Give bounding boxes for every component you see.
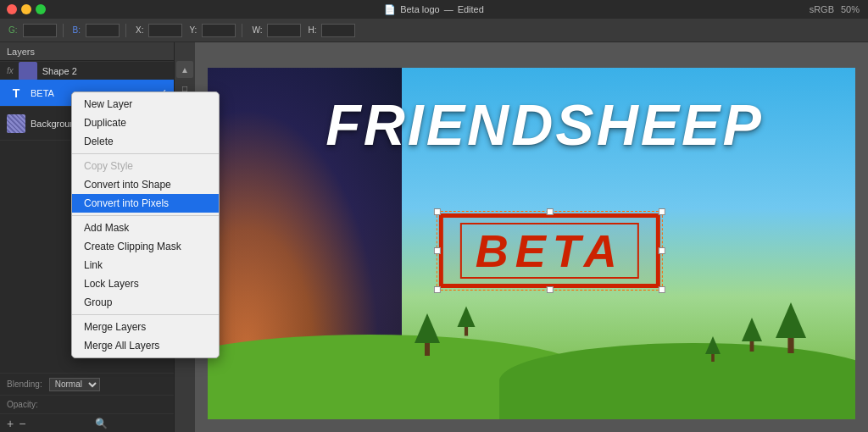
ctx-merge-layers[interactable]: Merge Layers xyxy=(72,318,219,336)
layers-panel-title: Layers xyxy=(7,47,35,57)
b-label: B: xyxy=(70,24,84,36)
ctx-create-clipping[interactable]: Create Clipping Mask xyxy=(72,237,219,256)
fx-label: fx xyxy=(7,66,14,75)
minimize-button[interactable] xyxy=(21,4,31,14)
tree-top-4 xyxy=(742,318,762,341)
cursor-tool[interactable]: ▲ xyxy=(176,61,193,78)
ctx-add-mask[interactable]: Add Mask xyxy=(72,219,219,237)
ctx-convert-pixels[interactable]: Convert into Pixels xyxy=(72,194,219,213)
ctx-sep3 xyxy=(72,314,219,315)
tree-trunk-2 xyxy=(465,327,468,336)
canvas-content: FRIENDSHEEP xyxy=(208,68,855,419)
ctx-sep1 xyxy=(72,153,219,154)
x-label: X: xyxy=(132,24,147,36)
search-icon[interactable]: 🔍 xyxy=(95,418,108,429)
ctx-link[interactable]: Link xyxy=(72,256,219,274)
add-layer-button[interactable]: + xyxy=(7,418,14,429)
x-input[interactable] xyxy=(148,24,182,37)
toolbar-sep3 xyxy=(242,24,242,37)
layer-footer: + − 🔍 ⚙ xyxy=(0,413,195,432)
toolbar-x-field: X: xyxy=(132,24,182,37)
tree-top-3 xyxy=(776,302,806,338)
shape2-thumbnail xyxy=(19,62,37,80)
remove-layer-button[interactable]: − xyxy=(19,418,25,429)
w-label: W: xyxy=(248,24,265,36)
toolbar-g-field: G: xyxy=(5,24,57,37)
ctx-delete[interactable]: Delete xyxy=(72,132,219,151)
main-area: Layers fx Shape 2 T BETA ✓ Background Bl… xyxy=(0,42,868,432)
traffic-lights xyxy=(7,4,46,14)
tree-trunk-5 xyxy=(711,354,715,362)
selection-outline: BETA xyxy=(437,211,663,291)
layer-thumb-background xyxy=(7,114,25,133)
opacity-controls: Opacity: xyxy=(0,395,195,413)
w-input[interactable] xyxy=(267,24,301,37)
toolbar-w-field: W: xyxy=(248,24,301,37)
beta-outer-border: BETA xyxy=(439,213,660,288)
toolbar-sep2 xyxy=(125,24,126,37)
ctx-group[interactable]: Group xyxy=(72,293,219,312)
handle-ml[interactable] xyxy=(434,247,441,254)
tree-top-2 xyxy=(458,306,476,327)
context-menu: New Layer Duplicate Delete Copy Style Co… xyxy=(71,91,220,358)
shape2-name: Shape 2 xyxy=(42,66,188,76)
fullscreen-button[interactable] xyxy=(36,4,46,14)
handle-bl[interactable] xyxy=(434,286,441,293)
g-label: G: xyxy=(5,24,21,36)
ctx-new-layer[interactable]: New Layer xyxy=(72,95,219,114)
friendsheep-text: FRIENDSHEEP xyxy=(326,92,764,157)
tree-top-5 xyxy=(705,336,721,354)
tree-1 xyxy=(415,313,440,356)
ctx-merge-all[interactable]: Merge All Layers xyxy=(72,336,219,355)
fx-row: fx Shape 2 xyxy=(0,61,195,80)
handle-tm[interactable] xyxy=(546,208,553,215)
tree-trunk-4 xyxy=(750,341,754,352)
toolbar-y-field: Y: xyxy=(186,24,236,37)
hill-right xyxy=(499,343,855,419)
right-panel: FRIENDSHEEP xyxy=(195,42,868,432)
handle-bm[interactable] xyxy=(546,286,553,293)
ctx-copy-style: Copy Style xyxy=(72,157,219,175)
blending-label: Blending: xyxy=(7,379,42,389)
h-label: H: xyxy=(304,24,320,36)
tree-2 xyxy=(458,306,476,335)
ctx-sep2 xyxy=(72,215,219,216)
opacity-label: Opacity: xyxy=(7,400,38,409)
ctx-convert-shape[interactable]: Convert into Shape xyxy=(72,175,219,194)
handle-tl[interactable] xyxy=(434,208,441,215)
handle-mr[interactable] xyxy=(659,247,665,254)
toolbar-sep1 xyxy=(63,24,64,37)
toolbar-b-field: B: xyxy=(70,24,120,37)
blending-select[interactable]: Normal Multiply Screen xyxy=(49,378,100,391)
layer-thumb-beta: T xyxy=(7,84,25,102)
handle-tr[interactable] xyxy=(659,208,665,215)
tree-trunk-1 xyxy=(425,343,430,356)
left-panel: Layers fx Shape 2 T BETA ✓ Background Bl… xyxy=(0,42,195,432)
handle-br[interactable] xyxy=(659,286,665,293)
beta-box-container: BETA xyxy=(437,211,663,291)
ctx-duplicate[interactable]: Duplicate xyxy=(72,114,219,132)
toolbar-h-field: H: xyxy=(304,24,355,37)
tree-top-1 xyxy=(415,313,440,343)
ctx-lock-layers[interactable]: Lock Layers xyxy=(72,274,219,293)
tree-5 xyxy=(705,336,721,362)
y-input[interactable] xyxy=(202,24,236,37)
bottom-controls: Blending: Normal Multiply Screen xyxy=(0,373,195,395)
tree-3 xyxy=(776,302,806,353)
beta-text: BETA xyxy=(476,225,624,276)
b-input[interactable] xyxy=(86,24,120,37)
y-label: Y: xyxy=(186,24,200,36)
beta-inner-border: BETA xyxy=(460,223,639,279)
h-input[interactable] xyxy=(321,24,355,37)
tree-4 xyxy=(742,318,762,352)
close-button[interactable] xyxy=(7,4,17,14)
toolbar: G: B: X: Y: W: H: xyxy=(0,19,868,42)
layers-header: Layers xyxy=(0,42,195,61)
g-input[interactable] xyxy=(23,24,57,37)
title-bar: 📄 Beta logo — Edited sRGB 50% xyxy=(0,0,868,19)
window-title: 📄 Beta logo — Edited xyxy=(384,4,484,15)
title-bar-right: sRGB 50% xyxy=(810,4,860,14)
tree-trunk-3 xyxy=(787,338,793,353)
file-icon: 📄 xyxy=(384,4,396,15)
canvas-area: FRIENDSHEEP xyxy=(195,42,868,432)
